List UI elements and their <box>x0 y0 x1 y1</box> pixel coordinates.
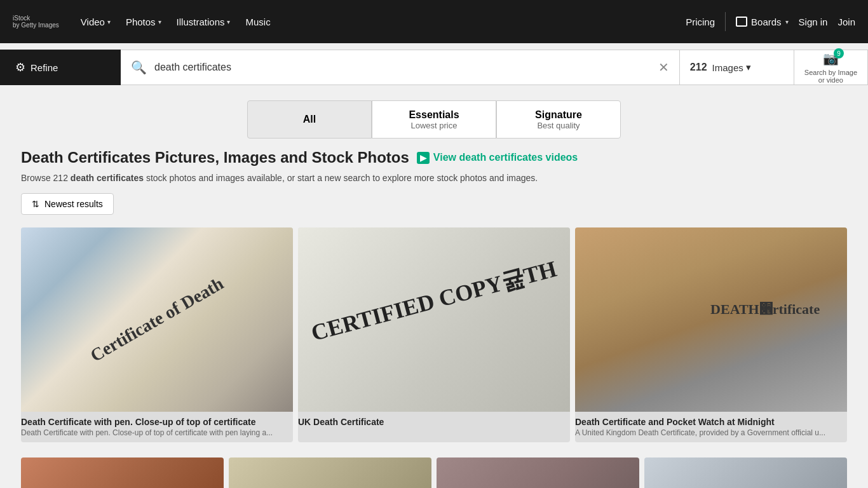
bottom-card-3[interactable] <box>437 458 639 488</box>
media-type-dropdown[interactable]: Images ▾ <box>712 62 751 73</box>
chevron-down-icon: ▾ <box>785 18 789 25</box>
camera-badge: 📷 9 <box>823 51 839 66</box>
result-heading: Death Certificates Pictures, Images and … <box>21 149 847 166</box>
result-description: Browse 212 death certificates stock phot… <box>21 173 847 183</box>
search-box: 🔍 ✕ <box>121 50 680 85</box>
bottom-image-grid <box>21 458 847 488</box>
logo[interactable]: iStock by Getty Images <box>13 15 59 29</box>
chevron-down-icon: ▾ <box>107 18 111 25</box>
bottom-card-4[interactable] <box>644 458 847 488</box>
join-button[interactable]: Join <box>837 17 855 27</box>
result-count: 212 <box>690 62 707 73</box>
notification-badge: 9 <box>834 48 844 58</box>
refine-button[interactable]: ⚙ Refine <box>0 50 121 85</box>
nav-video[interactable]: Video ▾ <box>81 17 111 27</box>
chevron-down-icon: ▾ <box>227 18 230 25</box>
bottom-thumbnail-1 <box>21 458 224 488</box>
nav-right: Pricing Boards ▾ Sign in Join <box>686 12 855 31</box>
bottom-thumbnail-4 <box>644 458 847 488</box>
tab-essentials[interactable]: Essentials Lowest price <box>372 100 496 139</box>
logo-subtext: by Getty Images <box>13 22 59 29</box>
image-card-3[interactable]: Death Certificate and Pocket Watch at Mi… <box>575 227 847 442</box>
video-icon: ▶ <box>417 152 430 164</box>
image-thumbnail-3 <box>575 227 847 412</box>
nav-photos[interactable]: Photos ▾ <box>126 17 161 27</box>
main-nav: iStock by Getty Images Video ▾ Photos ▾ … <box>0 0 868 43</box>
image-desc-3: A United Kingdom Death Certificate, prov… <box>575 428 847 442</box>
image-card-2[interactable]: UK Death Certificate <box>298 227 570 442</box>
search-input[interactable] <box>154 62 658 73</box>
sort-icon: ⇅ <box>32 199 39 209</box>
logo-text: iStock <box>13 15 59 22</box>
image-thumbnail-2 <box>298 227 570 412</box>
search-icon: 🔍 <box>131 60 147 75</box>
nav-divider <box>725 12 726 31</box>
image-title-2: UK Death Certificate <box>298 412 570 428</box>
image-desc-2 <box>298 428 570 433</box>
sign-in-button[interactable]: Sign in <box>799 17 828 27</box>
image-grid: Death Certificate with pen. Close-up of … <box>21 227 847 442</box>
nav-illustrations[interactable]: Illustrations ▾ <box>177 17 231 27</box>
clear-search-icon[interactable]: ✕ <box>658 60 669 75</box>
bottom-card-2[interactable] <box>229 458 431 488</box>
filter-icon: ⚙ <box>15 60 25 74</box>
image-card-1[interactable]: Death Certificate with pen. Close-up of … <box>21 227 293 442</box>
search-bar-area: ⚙ Refine 🔍 ✕ 212 Images ▾ 📷 9 Search by … <box>0 43 868 85</box>
bottom-thumbnail-3 <box>437 458 639 488</box>
bottom-thumbnail-2 <box>229 458 431 488</box>
boards-button[interactable]: Boards ▾ <box>736 17 789 27</box>
result-count-area: 212 Images ▾ <box>680 50 794 85</box>
chevron-down-icon: ▾ <box>746 62 751 73</box>
filter-tabs: All Essentials Lowest price Signature Be… <box>0 85 868 149</box>
image-desc-1: Death Certificate with pen. Close-up of … <box>21 428 293 442</box>
nav-music[interactable]: Music <box>245 17 270 27</box>
newest-results-button[interactable]: ⇅ Newest results <box>21 193 114 215</box>
bottom-card-1[interactable] <box>21 458 224 488</box>
video-link[interactable]: ▶ View death certificates videos <box>417 152 578 164</box>
pricing-link[interactable]: Pricing <box>686 17 715 27</box>
search-by-image-button[interactable]: 📷 9 Search by Imageor video <box>794 50 868 85</box>
image-title-1: Death Certificate with pen. Close-up of … <box>21 412 293 428</box>
tab-signature[interactable]: Signature Best quality <box>496 100 621 139</box>
image-title-3: Death Certificate and Pocket Watch at Mi… <box>575 412 847 428</box>
chevron-down-icon: ▾ <box>158 18 161 25</box>
tab-all[interactable]: All <box>247 100 372 139</box>
boards-icon <box>736 17 747 27</box>
image-thumbnail-1 <box>21 227 293 412</box>
page-content: Death Certificates Pictures, Images and … <box>8 149 860 488</box>
